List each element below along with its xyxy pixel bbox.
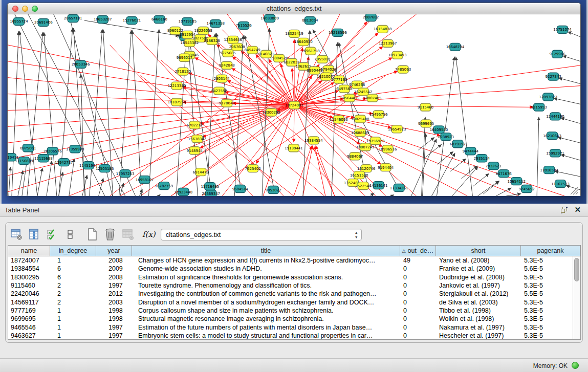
graph-node-15716485[interactable]: 15716485	[201, 183, 220, 190]
graph-node-18325419[interactable]: 18325419	[285, 30, 303, 37]
graph-node-19218596[interactable]: 19218596	[329, 29, 347, 36]
column-header-name[interactable]: name	[8, 246, 50, 256]
table-row[interactable]: 977716911998Corpus callosum shape and si…	[8, 307, 580, 315]
graph-node-11451944[interactable]: 11451944	[79, 162, 98, 169]
memory-ok-indicator[interactable]	[572, 362, 579, 369]
graph-node-17016504[interactable]: 17016504	[540, 166, 558, 174]
graph-node-6466160[interactable]: 6466160	[151, 15, 167, 23]
graph-node-15992971[interactable]: 15992971	[546, 149, 564, 157]
graph-node-8938923[interactable]: 8938923	[438, 133, 454, 141]
graph-node-9115460[interactable]: 9115460	[418, 103, 433, 111]
graph-node-17359928[interactable]: 17359928	[66, 145, 84, 153]
graph-node-9194404[interactable]: 9194404	[378, 164, 394, 171]
table-row[interactable]: 911546021997Tourette syndrome. Phenomeno…	[8, 281, 580, 290]
graph-node-9129966[interactable]: 9129966	[550, 50, 565, 58]
select-all-rows-button[interactable]	[46, 228, 59, 241]
graph-node-19139441[interactable]: 19139441	[285, 144, 303, 152]
graph-node-16955724[interactable]: 16955724	[10, 17, 28, 25]
scrollbar-thumb[interactable]	[574, 258, 579, 281]
close-panel-icon[interactable]: ✕	[574, 205, 581, 214]
graph-node-16210643[interactable]: 16210643	[543, 132, 561, 140]
float-panel-icon[interactable]	[561, 207, 568, 213]
graph-node-10719185[interactable]: 10719185	[179, 17, 197, 25]
function-builder-button[interactable]: f(x)	[142, 230, 156, 239]
graph-node-10973493[interactable]: 10973493	[388, 51, 407, 59]
table-row[interactable]: 969969511998Structural magnetic resonanc…	[8, 315, 580, 323]
table-vertical-scrollbar[interactable]	[573, 256, 580, 339]
graph-node-10653287[interactable]: 10653287	[94, 15, 112, 23]
window-titlebar[interactable]: citations_edges.txt	[8, 3, 580, 14]
graph-node-7515526[interactable]: 7515526	[236, 21, 252, 29]
delete-column-button[interactable]	[103, 228, 117, 241]
graph-node-18640910[interactable]: 18640910	[294, 38, 313, 46]
graph-node-20206576[interactable]: 20206576	[43, 147, 62, 155]
graph-node-17334261[interactable]: 17334261	[390, 184, 408, 192]
graph-node-16961758[interactable]: 16961758	[301, 47, 320, 55]
graph-node-15495756[interactable]: 15495756	[369, 111, 388, 118]
graph-node-9170043[interactable]: 9170043	[219, 99, 235, 107]
graph-node-16648794[interactable]: 16648794	[446, 43, 465, 51]
table-row[interactable]: 1830029562008Estimation of significance …	[8, 273, 580, 281]
table-row[interactable]: 2242004622012Investigating the contribut…	[8, 290, 580, 298]
graph-node-10688609[interactable]: 10688609	[351, 129, 369, 137]
graph-node-6879197[interactable]: 6879197	[450, 140, 466, 148]
table-row[interactable]: 946362711997Embryonic stem cells: a mode…	[8, 332, 580, 339]
graph-node-28657181[interactable]: 28657181	[64, 14, 82, 22]
graph-node-12354646[interactable]: 12354646	[224, 36, 242, 43]
network-canvas[interactable]: 1695572420691406286571811065328715276021…	[8, 14, 580, 196]
graph-node-11167533[interactable]: 11167533	[551, 180, 570, 188]
graph-node-15276021[interactable]: 15276021	[123, 16, 141, 24]
column-header-title[interactable]: title	[132, 246, 400, 256]
graph-node-16409540[interactable]: 16409540	[430, 126, 448, 134]
graph-node-9853022[interactable]: 9853022	[266, 186, 281, 194]
graph-node-6914479[interactable]: 6914479	[193, 168, 209, 176]
graph-node-8975061[interactable]: 8975061	[20, 144, 36, 152]
resize-grip-icon[interactable]	[571, 187, 578, 194]
graph-node-18226058[interactable]: 18226058	[194, 27, 213, 34]
graph-node-12115688[interactable]: 12115688	[34, 155, 53, 162]
graph-node-18300295[interactable]: 18300295	[262, 108, 280, 116]
graph-node-10654112[interactable]: 10654112	[507, 178, 526, 185]
graph-node-12923448[interactable]: 12923448	[175, 188, 193, 196]
graph-node-19384554[interactable]: 19384554	[304, 137, 323, 144]
graph-node-9215953[interactable]: 9215953	[531, 103, 547, 111]
table-row[interactable]: 1872400712008Changes of HCN gene express…	[8, 256, 580, 265]
graph-node-19654923[interactable]: 19654923	[388, 125, 406, 133]
graph-node-14671358[interactable]: 14671358	[207, 19, 225, 27]
table-row[interactable]: 1456911722003Disruption of a novel membe…	[8, 298, 580, 306]
row-height-button[interactable]	[63, 228, 77, 241]
column-header-short[interactable]: short	[436, 246, 521, 256]
column-visibility-button[interactable]	[28, 228, 41, 241]
graph-node-9699695[interactable]: 9699695	[418, 120, 434, 127]
graph-node-16958107[interactable]: 16958107	[136, 176, 154, 184]
graph-node-7955812[interactable]: 7955812	[314, 55, 330, 63]
graph-node-2935114[interactable]: 2935114	[474, 155, 490, 162]
table-row[interactable]: 1938455462009Genome-wide association stu…	[8, 265, 580, 273]
table-select-dropdown[interactable]: citations_edges.txt ▲▼	[161, 229, 362, 240]
graph-node-12213967[interactable]: 12213967	[379, 39, 397, 47]
column-header-out_de[interactable]: △out_de…	[400, 246, 436, 256]
graph-node-12444190[interactable]: 12444190	[546, 113, 564, 120]
graph-node-8813054[interactable]: 8813054	[302, 16, 318, 24]
graph-node-20369347[interactable]: 20369347	[202, 190, 221, 196]
table-mode-button[interactable]	[10, 228, 23, 241]
graph-node-7625402[interactable]: 7625402	[245, 165, 261, 172]
column-header-pagerank[interactable]: pagerank	[521, 246, 580, 256]
column-header-in_degree[interactable]: in_degree	[50, 246, 96, 256]
graph-node-9227343[interactable]: 9227343	[546, 73, 561, 80]
graph-node-2887682[interactable]: 2887682	[363, 14, 379, 21]
column-header-year[interactable]: year	[96, 246, 132, 256]
graph-node-10996516[interactable]: 10996516	[379, 145, 397, 153]
graph-node-7485063[interactable]: 7485063	[395, 65, 411, 73]
graph-node-9245652[interactable]: 9245652	[519, 185, 535, 193]
table-row[interactable]: 946554611997Estimation of the future num…	[8, 323, 580, 331]
graph-node-16154838[interactable]: 16154838	[374, 25, 392, 33]
graph-node-9474444[interactable]: 9474444	[463, 147, 479, 155]
graph-node-8471676[interactable]: 8471676	[496, 170, 512, 178]
graph-node-13942737[interactable]: 13942737	[55, 159, 73, 166]
graph-node-12093872[interactable]: 12093872	[539, 93, 557, 101]
graph-node-7832621[interactable]: 7832621	[486, 162, 502, 170]
create-column-button[interactable]	[85, 228, 99, 241]
graph-node-20691406[interactable]: 20691406	[34, 18, 53, 26]
graph-node-16782759[interactable]: 16782759	[155, 182, 173, 190]
